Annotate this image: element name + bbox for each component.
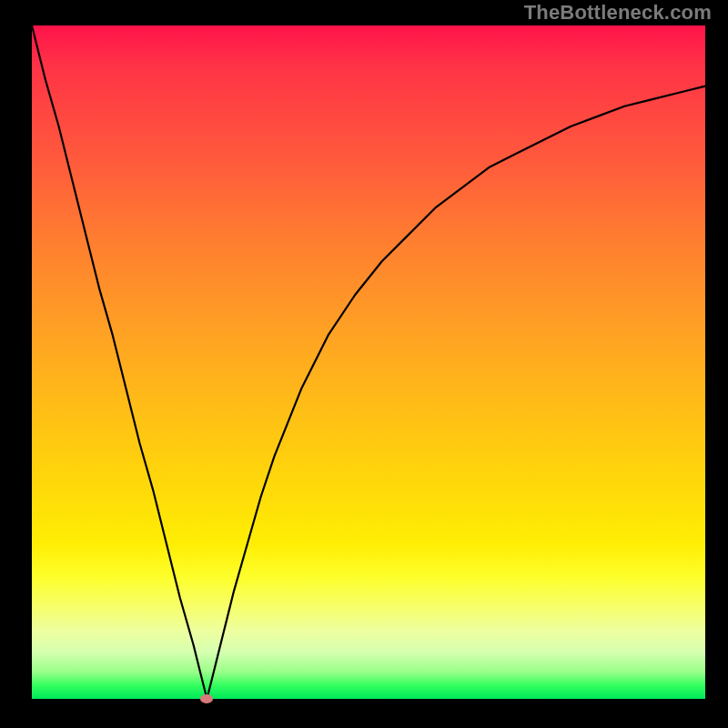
plot-area xyxy=(32,25,705,699)
bottleneck-curve-path xyxy=(32,25,705,699)
curve-svg xyxy=(32,25,705,699)
minimum-marker xyxy=(200,694,213,703)
chart-frame: TheBottleneck.com xyxy=(0,0,728,728)
watermark-text: TheBottleneck.com xyxy=(524,1,712,25)
